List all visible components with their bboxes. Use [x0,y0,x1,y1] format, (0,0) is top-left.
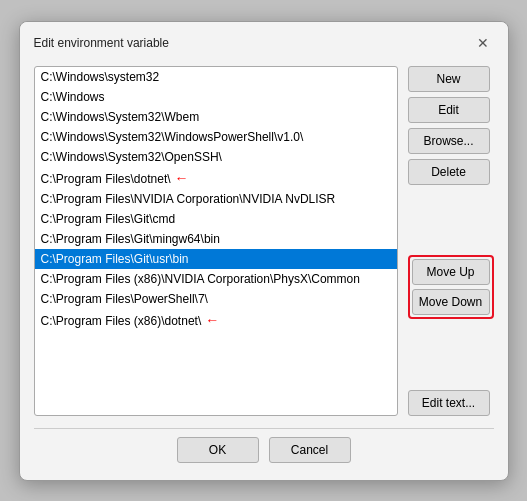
list-item-label: C:\Program Files\Git\mingw64\bin [41,232,220,246]
close-button[interactable]: ✕ [472,32,494,54]
edit-text-button[interactable]: Edit text... [408,390,490,416]
ok-button[interactable]: OK [177,437,259,463]
annotation-arrow: ← [175,170,189,186]
move-down-button[interactable]: Move Down [412,289,490,315]
list-item-label: C:\Program Files\dotnet\ [41,172,171,186]
new-button[interactable]: New [408,66,490,92]
list-item-label: C:\Windows [41,90,105,104]
list-item[interactable]: C:\Program Files (x86)\NVIDIA Corporatio… [35,269,397,289]
edit-env-var-dialog: Edit environment variable ✕ C:\Windows\s… [19,21,509,481]
list-item[interactable]: C:\Program Files\PowerShell\7\ [35,289,397,309]
list-item[interactable]: C:\Program Files\Git\mingw64\bin [35,229,397,249]
dialog-body: C:\Windows\system32C:\WindowsC:\Windows\… [20,62,508,428]
list-item-label: C:\Program Files\Git\usr\bin [41,252,189,266]
move-up-button[interactable]: Move Up [412,259,490,285]
list-item[interactable]: C:\Program Files\Git\usr\bin [35,249,397,269]
edit-button[interactable]: Edit [408,97,490,123]
list-item-label: C:\Program Files (x86)\dotnet\ [41,314,202,328]
list-item[interactable]: C:\Program Files\Git\cmd [35,209,397,229]
dialog-title: Edit environment variable [34,36,169,50]
list-item-label: C:\Windows\system32 [41,70,160,84]
title-bar: Edit environment variable ✕ [20,22,508,62]
list-item[interactable]: C:\Program Files\NVIDIA Corporation\NVID… [35,189,397,209]
action-buttons: New Edit Browse... Delete Move Up Move D… [408,66,494,416]
list-item-label: C:\Windows\System32\WindowsPowerShell\v1… [41,130,304,144]
cancel-button[interactable]: Cancel [269,437,351,463]
delete-button[interactable]: Delete [408,159,490,185]
move-buttons-group: Move Up Move Down [408,255,494,319]
env-var-list[interactable]: C:\Windows\system32C:\WindowsC:\Windows\… [34,66,398,416]
browse-button[interactable]: Browse... [408,128,490,154]
dialog-footer: OK Cancel [20,429,508,477]
list-item-label: C:\Program Files\PowerShell\7\ [41,292,208,306]
list-item-label: C:\Windows\System32\OpenSSH\ [41,150,222,164]
list-item[interactable]: C:\Windows [35,87,397,107]
list-item[interactable]: C:\Windows\system32 [35,67,397,87]
list-item-label: C:\Program Files (x86)\NVIDIA Corporatio… [41,272,360,286]
list-item[interactable]: C:\Program Files\dotnet\ ← [35,167,397,189]
list-item-label: C:\Windows\System32\Wbem [41,110,200,124]
list-item-label: C:\Program Files\NVIDIA Corporation\NVID… [41,192,336,206]
list-item-label: C:\Program Files\Git\cmd [41,212,176,226]
list-item[interactable]: C:\Windows\System32\WindowsPowerShell\v1… [35,127,397,147]
list-item[interactable]: C:\Windows\System32\OpenSSH\ [35,147,397,167]
list-item[interactable]: C:\Windows\System32\Wbem [35,107,397,127]
annotation-arrow: ← [205,312,219,328]
list-item[interactable]: C:\Program Files (x86)\dotnet\ ← [35,309,397,331]
